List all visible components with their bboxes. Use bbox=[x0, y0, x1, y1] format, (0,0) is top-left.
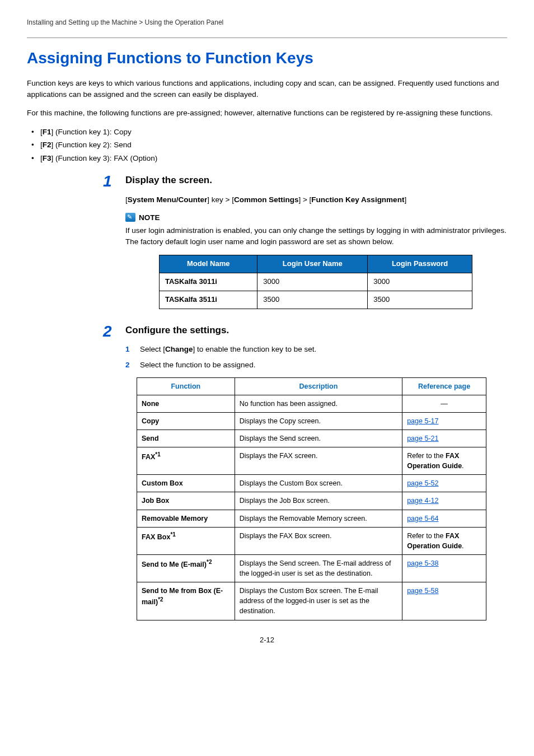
description-cell: Displays the Custom Box screen. The E-ma… bbox=[235, 582, 402, 620]
reference-cell: page 5-64 bbox=[402, 510, 486, 527]
step-2-title: Configure the settings. bbox=[125, 324, 507, 338]
table-row: Send to Me from Box (E-mail)*2Displays t… bbox=[137, 582, 486, 620]
substep-list: 1 Select [Change] to enable the function… bbox=[125, 344, 507, 370]
function-cell: Job Box bbox=[137, 492, 235, 510]
description-cell: Displays the FAX screen. bbox=[235, 447, 402, 475]
note-block: NOTE If user login administration is ena… bbox=[125, 212, 507, 248]
divider bbox=[27, 38, 507, 38]
step-number-icon: 2 bbox=[103, 320, 112, 343]
table-row: Removable MemoryDisplays the Removable M… bbox=[137, 510, 486, 527]
function-assignment-table: Function Description Reference page None… bbox=[137, 377, 486, 620]
menu-path: [System Menu/Counter] key > [Common Sett… bbox=[125, 194, 507, 206]
table-row: FAX Box*1Displays the FAX Box screen.Ref… bbox=[137, 527, 486, 554]
step-1: 1 Display the screen. [System Menu/Count… bbox=[125, 174, 507, 309]
substep-number: 2 bbox=[125, 360, 130, 371]
reference-cell: — bbox=[402, 395, 486, 412]
table-row: SendDisplays the Send screen.page 5-21 bbox=[137, 430, 486, 447]
substep-number: 1 bbox=[125, 344, 130, 355]
table-row: NoneNo function has been assigned.— bbox=[137, 395, 486, 412]
intro-paragraph-2: For this machine, the following function… bbox=[27, 108, 507, 119]
function-key-item: [F3] (Function key 3): FAX (Option) bbox=[27, 153, 507, 164]
page-title: Assigning Functions to Function Keys bbox=[27, 47, 507, 70]
note-text: If user login administration is enabled,… bbox=[125, 225, 507, 247]
table-header: Login Password bbox=[368, 255, 472, 273]
table-row: Custom BoxDisplays the Custom Box screen… bbox=[137, 475, 486, 492]
step-2: 2 Configure the settings. 1 Select [Chan… bbox=[125, 324, 507, 620]
reference-cell: page 5-58 bbox=[402, 582, 486, 620]
table-header: Model Name bbox=[160, 255, 257, 273]
breadcrumb: Installing and Setting up the Machine > … bbox=[27, 18, 507, 27]
page-link[interactable]: page 5-58 bbox=[407, 587, 438, 595]
description-cell: Displays the FAX Box screen. bbox=[235, 527, 402, 554]
description-cell: Displays the Send screen. bbox=[235, 430, 402, 447]
description-cell: Displays the Removable Memory screen. bbox=[235, 510, 402, 527]
table-row: Job BoxDisplays the Job Box screen.page … bbox=[137, 492, 486, 510]
page-number: 2-12 bbox=[27, 635, 507, 646]
page-link[interactable]: page 5-38 bbox=[407, 559, 438, 567]
description-cell: Displays the Send screen. The E-mail add… bbox=[235, 554, 402, 582]
function-key-item: [F2] (Function key 2): Send bbox=[27, 139, 507, 151]
table-row: FAX*1Displays the FAX screen.Refer to th… bbox=[137, 447, 486, 475]
function-cell: Removable Memory bbox=[137, 510, 235, 527]
function-cell: Copy bbox=[137, 412, 235, 430]
table-row: TASKalfa 3511i 3500 3500 bbox=[160, 291, 472, 309]
description-cell: Displays the Job Box screen. bbox=[235, 492, 402, 510]
table-row: TASKalfa 3011i 3000 3000 bbox=[160, 273, 472, 291]
substep-item: 1 Select [Change] to enable the function… bbox=[125, 344, 507, 355]
step-number-icon: 1 bbox=[103, 170, 112, 193]
function-cell: FAX Box*1 bbox=[137, 527, 235, 554]
reference-cell: page 5-38 bbox=[402, 554, 486, 582]
table-row: CopyDisplays the Copy screen.page 5-17 bbox=[137, 412, 486, 430]
table-header: Login User Name bbox=[257, 255, 368, 273]
function-key-item: [F1] (Function key 1): Copy bbox=[27, 127, 507, 138]
step-1-title: Display the screen. bbox=[125, 174, 507, 188]
page-link[interactable]: page 5-17 bbox=[407, 417, 438, 425]
reference-cell: Refer to the FAX Operation Guide. bbox=[402, 527, 486, 554]
reference-cell: page 5-52 bbox=[402, 475, 486, 492]
description-cell: Displays the Copy screen. bbox=[235, 412, 402, 430]
table-header: Reference page bbox=[402, 377, 486, 395]
note-icon bbox=[125, 213, 135, 222]
reference-cell: page 5-21 bbox=[402, 430, 486, 447]
login-credentials-table: Model Name Login User Name Login Passwor… bbox=[159, 255, 472, 309]
function-cell: Custom Box bbox=[137, 475, 235, 492]
page-link[interactable]: page 5-21 bbox=[407, 435, 438, 442]
reference-cell: Refer to the FAX Operation Guide. bbox=[402, 447, 486, 475]
reference-cell: page 4-12 bbox=[402, 492, 486, 510]
function-key-list: [F1] (Function key 1): Copy [F2] (Functi… bbox=[27, 127, 507, 164]
note-label: NOTE bbox=[139, 212, 160, 223]
page-link[interactable]: page 4-12 bbox=[407, 497, 438, 505]
table-row: Send to Me (E-mail)*2Displays the Send s… bbox=[137, 554, 486, 582]
table-header: Description bbox=[235, 377, 402, 395]
function-cell: FAX*1 bbox=[137, 447, 235, 475]
function-cell: Send to Me from Box (E-mail)*2 bbox=[137, 582, 235, 620]
page-link[interactable]: page 5-52 bbox=[407, 479, 438, 487]
function-cell: None bbox=[137, 395, 235, 412]
reference-cell: page 5-17 bbox=[402, 412, 486, 430]
substep-item: 2 Select the function to be assigned. bbox=[125, 360, 507, 371]
description-cell: No function has been assigned. bbox=[235, 395, 402, 412]
function-cell: Send to Me (E-mail)*2 bbox=[137, 554, 235, 582]
intro-paragraph-1: Function keys are keys to which various … bbox=[27, 78, 507, 100]
function-cell: Send bbox=[137, 430, 235, 447]
table-header: Function bbox=[137, 377, 235, 395]
page-link[interactable]: page 5-64 bbox=[407, 515, 438, 522]
description-cell: Displays the Custom Box screen. bbox=[235, 475, 402, 492]
